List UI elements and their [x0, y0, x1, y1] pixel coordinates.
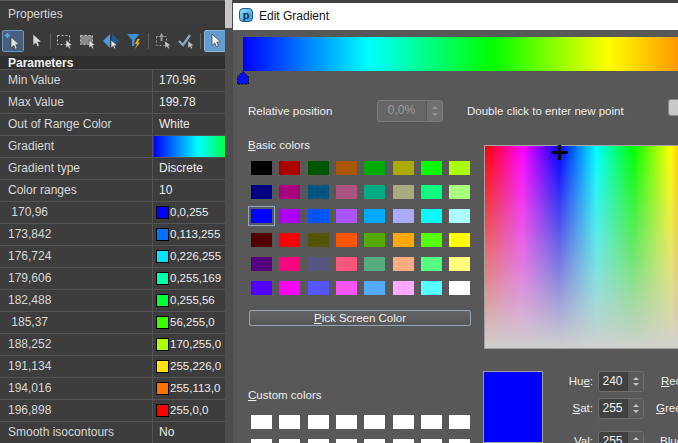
basic-color-swatch[interactable] — [251, 233, 272, 247]
spin-buttons[interactable] — [627, 399, 643, 418]
basic-color-swatch[interactable] — [279, 281, 300, 295]
property-row[interactable]: Color ranges10 — [0, 180, 225, 202]
basic-color-swatch[interactable] — [279, 257, 300, 271]
custom-color-swatch[interactable] — [251, 439, 272, 443]
basic-color-swatch[interactable] — [421, 281, 442, 295]
property-row[interactable]: Gradient typeDiscrete — [0, 158, 225, 180]
custom-color-swatch[interactable] — [449, 439, 470, 443]
gradient-preview[interactable] — [154, 136, 226, 157]
basic-color-swatch[interactable] — [421, 161, 442, 175]
property-row[interactable]: 182,4880,255,56 — [0, 290, 225, 312]
basic-color-swatch[interactable] — [336, 209, 357, 223]
property-value-cell[interactable]: 170.96 — [152, 70, 225, 91]
basic-color-swatch[interactable] — [449, 161, 470, 175]
property-value-cell[interactable]: 0,0,255 — [152, 202, 225, 223]
property-value-cell[interactable]: 56,255,0 — [152, 312, 225, 333]
basic-color-swatch[interactable] — [393, 209, 414, 223]
basic-color-swatch[interactable] — [449, 209, 470, 223]
filter-lightning-button[interactable] — [123, 30, 145, 52]
property-value-cell[interactable]: 0,113,255 — [152, 224, 225, 245]
basic-color-swatch[interactable] — [449, 281, 470, 295]
property-value-cell[interactable]: 255,113,0 — [152, 378, 225, 399]
property-row[interactable]: 176,7240,226,255 — [0, 246, 225, 268]
basic-color-swatch[interactable] — [336, 257, 357, 271]
sat-spinbox[interactable]: 255 — [598, 398, 644, 419]
basic-color-swatch[interactable] — [393, 161, 414, 175]
custom-color-swatch[interactable] — [421, 415, 442, 429]
basic-color-swatch[interactable] — [393, 233, 414, 247]
custom-color-swatch[interactable] — [251, 415, 272, 429]
spin-buttons[interactable] — [627, 372, 643, 391]
basic-color-swatch[interactable] — [364, 233, 385, 247]
basic-color-swatch[interactable] — [364, 209, 385, 223]
custom-color-swatch[interactable] — [364, 439, 385, 443]
basic-color-swatch[interactable] — [251, 209, 272, 223]
relative-position-spinbox[interactable]: 0,0% — [377, 100, 443, 122]
basic-color-swatch[interactable] — [308, 281, 329, 295]
property-value-cell[interactable]: White — [152, 114, 225, 135]
gradient-bar[interactable] — [243, 37, 678, 71]
property-value-cell[interactable]: 255,226,0 — [152, 356, 225, 377]
custom-color-swatch[interactable] — [393, 415, 414, 429]
property-row[interactable]: Min Value170.96 — [0, 70, 225, 92]
flip-triangles-button[interactable] — [100, 30, 122, 52]
spin-buttons[interactable] — [426, 101, 442, 121]
basic-color-swatch[interactable] — [421, 233, 442, 247]
basic-color-swatch[interactable] — [393, 257, 414, 271]
select-cursor-button[interactable] — [25, 30, 47, 52]
property-row[interactable]: 179,6060,255,169 — [0, 268, 225, 290]
basic-color-swatch[interactable] — [449, 185, 470, 199]
property-value-cell[interactable]: 10 — [152, 180, 225, 201]
basic-color-swatch[interactable] — [308, 161, 329, 175]
property-row[interactable]: Gradient — [0, 136, 225, 158]
property-value-cell[interactable]: 0,255,56 — [152, 290, 225, 311]
custom-color-swatch[interactable] — [421, 439, 442, 443]
custom-color-swatch[interactable] — [336, 439, 357, 443]
basic-color-swatch[interactable] — [336, 281, 357, 295]
rect-select-button[interactable] — [54, 30, 76, 52]
property-row[interactable]: Max Value199.78 — [0, 92, 225, 114]
property-row[interactable]: 185,3756,255,0 — [0, 312, 225, 334]
custom-color-swatch[interactable] — [336, 415, 357, 429]
property-value-cell[interactable]: 0,255,169 — [152, 268, 225, 289]
custom-color-swatch[interactable] — [279, 439, 300, 443]
basic-color-swatch[interactable] — [336, 161, 357, 175]
property-row[interactable]: Smooth isocontoursNo — [0, 422, 225, 443]
property-value-cell[interactable]: No — [152, 422, 225, 443]
gradient-stop-handle[interactable] — [235, 70, 251, 86]
property-row[interactable]: 188,252170,255,0 — [0, 334, 225, 356]
property-row[interactable]: Out of Range ColorWhite — [0, 114, 225, 136]
edge-button[interactable] — [668, 99, 678, 116]
property-row[interactable]: 194,016255,113,0 — [0, 378, 225, 400]
basic-color-swatch[interactable] — [279, 209, 300, 223]
basic-color-swatch[interactable] — [279, 185, 300, 199]
basic-color-swatch[interactable] — [308, 185, 329, 199]
basic-color-swatch[interactable] — [364, 185, 385, 199]
basic-color-swatch[interactable] — [279, 161, 300, 175]
basic-color-swatch[interactable] — [308, 233, 329, 247]
basic-color-swatch[interactable] — [364, 161, 385, 175]
basic-color-swatch[interactable] — [336, 185, 357, 199]
property-value-cell[interactable]: 199.78 — [152, 92, 225, 113]
basic-color-swatch[interactable] — [421, 185, 442, 199]
basic-color-swatch[interactable] — [393, 281, 414, 295]
rect-select-filled-button[interactable] — [77, 30, 99, 52]
add-selection-cursor-button[interactable] — [2, 30, 24, 52]
basic-color-swatch[interactable] — [449, 233, 470, 247]
custom-color-swatch[interactable] — [308, 415, 329, 429]
basic-color-swatch[interactable] — [336, 233, 357, 247]
basic-color-swatch[interactable] — [449, 257, 470, 271]
basic-color-swatch[interactable] — [421, 209, 442, 223]
property-value-cell[interactable]: 255,0,0 — [152, 400, 225, 421]
property-value-cell[interactable]: 170,255,0 — [152, 334, 225, 355]
pointer-box-button[interactable] — [204, 30, 226, 52]
custom-color-swatch[interactable] — [364, 415, 385, 429]
basic-color-swatch[interactable] — [279, 233, 300, 247]
basic-color-swatch[interactable] — [251, 185, 272, 199]
check-cursor-button[interactable] — [175, 30, 197, 52]
basic-color-swatch[interactable] — [364, 257, 385, 271]
basic-color-swatch[interactable] — [251, 281, 272, 295]
property-value-cell[interactable]: Discrete — [152, 158, 225, 179]
spin-buttons[interactable] — [627, 432, 643, 443]
property-row[interactable]: 173,8420,113,255 — [0, 224, 225, 246]
